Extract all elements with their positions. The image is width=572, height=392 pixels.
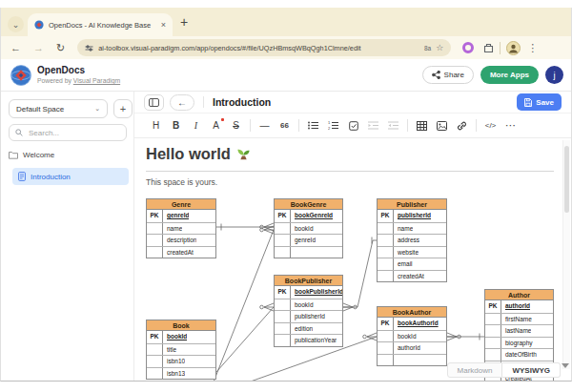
erd-field-row: edition <box>275 322 342 335</box>
app-header: OpenDocs Powered by Visual Paradigm Shar… <box>1 59 571 92</box>
site-settings-icon[interactable] <box>85 44 93 52</box>
erd-field-row: createdAt <box>147 246 215 258</box>
blockquote-button[interactable]: 66 <box>275 117 295 134</box>
bold-button[interactable]: B <box>166 117 186 134</box>
erd-field-row <box>378 354 446 366</box>
sidebar-item-label: Welcome <box>23 151 54 159</box>
url-text[interactable]: ai-toolbox.visual-paradigm.com/app/opend… <box>98 44 419 52</box>
back-button[interactable]: ← <box>170 94 194 111</box>
heading-button[interactable]: H <box>146 117 166 134</box>
app-subtitle: Powered by Visual Paradigm <box>37 77 120 84</box>
share-button[interactable]: Share <box>422 66 474 84</box>
page-action-icon[interactable]: 8a <box>424 45 431 52</box>
horizontal-rule-button[interactable]: — <box>255 117 275 134</box>
toolbar-divider <box>298 119 299 132</box>
erd-field-row: name <box>378 222 446 235</box>
tab-close-icon[interactable]: × <box>161 21 166 30</box>
erd-table-header: Book <box>147 320 215 331</box>
code-block-button[interactable]: </> <box>480 117 500 134</box>
browser-menu-icon[interactable]: ⋮ <box>527 42 538 54</box>
toolbar-divider <box>203 96 204 108</box>
sidebar-item-introduction[interactable]: Introduction <box>12 168 129 185</box>
erd-field-row: genreId <box>275 234 342 246</box>
document-toolbar: ← Introduction Save <box>134 92 571 113</box>
search-input[interactable] <box>27 128 116 138</box>
toolbar-divider <box>407 119 408 132</box>
scrollbar-thumb[interactable] <box>564 146 569 213</box>
panel-icon <box>149 98 159 107</box>
indent-decrease-button[interactable] <box>383 117 403 134</box>
browser-window: ⌄ OpenDocs - AI Knowledge Base × + ← → ↻… <box>0 8 572 382</box>
more-apps-button[interactable]: More Apps <box>480 66 539 84</box>
task-list-button[interactable] <box>343 117 363 134</box>
browser-tab[interactable]: OpenDocs - AI Knowledge Base × <box>28 13 173 36</box>
insert-link-button[interactable] <box>452 117 472 134</box>
table-icon <box>417 121 427 131</box>
forward-icon[interactable]: → <box>33 43 44 53</box>
heading-text: Hello world <box>146 145 231 163</box>
browser-toolbar: ← → ↻ ai-toolbox.visual-paradigm.com/app… <box>1 36 571 59</box>
erd-field-row: bookId <box>378 330 446 342</box>
visual-paradigm-link[interactable]: Visual Paradigm <box>73 77 120 84</box>
extension-icon[interactable] <box>462 42 474 53</box>
editor-scrollbar[interactable] <box>562 140 570 369</box>
new-tab-button[interactable]: + <box>180 15 188 29</box>
app-subtitle-prefix: Powered by <box>37 77 73 84</box>
tab-favicon <box>34 20 44 30</box>
erd-field-row: firstName <box>485 313 553 325</box>
sidebar-item-welcome[interactable]: Welcome <box>9 151 54 159</box>
tab-search-button[interactable]: ⌄ <box>8 16 24 32</box>
strikethrough-button[interactable]: S <box>226 117 246 134</box>
bookmark-star-icon[interactable]: ☆ <box>436 43 443 52</box>
image-icon <box>437 121 447 131</box>
erd-field-row: PKauthorId <box>485 300 553 313</box>
erd-field-row: PKbookGenreId <box>275 210 342 222</box>
save-icon <box>524 98 532 107</box>
bullet-list-button[interactable] <box>303 117 323 134</box>
profile-avatar-icon[interactable] <box>506 41 521 55</box>
screenshot: ⌄ OpenDocs - AI Knowledge Base × + ← → ↻… <box>0 0 572 392</box>
erd-field-row: isbn10 <box>147 355 215 367</box>
space-selector[interactable]: Default Space ⌄ <box>9 99 108 118</box>
italic-button[interactable]: I <box>186 117 206 134</box>
toolbar-divider <box>476 119 477 132</box>
add-space-button[interactable]: + <box>113 99 133 118</box>
insert-table-button[interactable] <box>412 117 432 134</box>
erd-field-row: PKbookAuthorId <box>378 318 446 330</box>
user-avatar[interactable]: j <box>545 66 563 84</box>
save-label: Save <box>536 98 554 107</box>
save-button[interactable]: Save <box>517 93 562 111</box>
document-icon <box>18 172 26 181</box>
erd-field-row: bookId <box>275 299 342 311</box>
erd-table-bookgenre: BookGenrePKbookGenreIdbookIdgenreId <box>274 198 343 258</box>
erd-field-row: publisherId <box>275 310 342 322</box>
more-options-button[interactable]: ⋯ <box>500 117 521 134</box>
search-box[interactable] <box>9 124 127 141</box>
erd-field-row <box>275 246 342 258</box>
scroll-down-icon[interactable] <box>562 363 569 368</box>
text-color-button[interactable]: A <box>206 117 226 134</box>
more-apps-label: More Apps <box>490 71 529 79</box>
page-title: Introduction <box>213 96 271 108</box>
svg-text:2: 2 <box>328 126 331 130</box>
link-icon <box>457 121 467 131</box>
back-icon[interactable]: ← <box>10 43 21 53</box>
document-heading: Hello world <box>146 145 554 172</box>
extensions-menu-icon[interactable] <box>483 43 494 53</box>
main-area: Default Space ⌄ + Welcome Introduction <box>1 92 571 381</box>
editor-content[interactable]: Hello world This space is yours. GenrePK… <box>134 138 571 381</box>
wysiwyg-mode-button[interactable]: WYSIWYG <box>502 362 561 378</box>
markdown-mode-button[interactable]: Markdown <box>447 362 503 378</box>
format-toolbar: H B I A S — 66 12 <box>134 113 571 138</box>
address-bar[interactable]: ai-toolbox.visual-paradigm.com/app/opend… <box>77 39 451 56</box>
erd-field-row: bookId <box>275 222 342 235</box>
reload-icon[interactable]: ↻ <box>56 43 65 53</box>
erd-table-header: Publisher <box>378 199 446 210</box>
erd-field-row: address <box>378 234 446 246</box>
numbered-list-button[interactable]: 12 <box>323 117 343 134</box>
toggle-sidebar-button[interactable] <box>144 94 164 111</box>
erd-table-book: BookPKbookIdtitleisbn10isbn13 <box>146 320 216 380</box>
insert-image-button[interactable] <box>432 117 452 134</box>
indent-increase-button[interactable] <box>363 117 383 134</box>
erd-field-row: title <box>147 343 215 356</box>
